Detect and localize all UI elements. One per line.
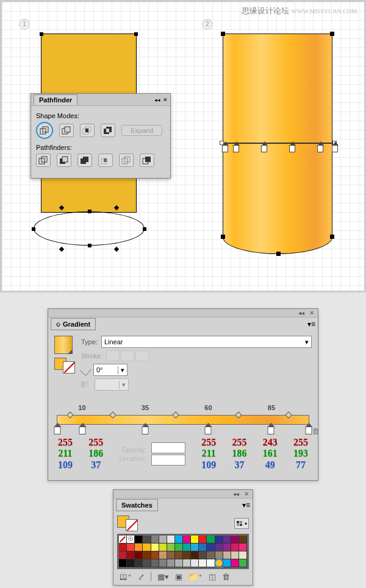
swatch-cell[interactable] — [159, 536, 167, 544]
swatch-cell[interactable] — [191, 536, 199, 544]
gradient-stop[interactable] — [54, 427, 61, 434]
exclude-button[interactable] — [101, 124, 115, 137]
close-icon[interactable]: ✕ — [244, 491, 249, 497]
swatch-cell[interactable] — [183, 559, 191, 567]
swatch-cell[interactable] — [175, 551, 183, 559]
swatch-cell[interactable] — [151, 536, 159, 544]
intersect-button[interactable] — [80, 124, 95, 137]
gradient-slider[interactable]: 10 35 60 85 🗑 — [57, 404, 309, 470]
swatch-cell[interactable] — [215, 559, 223, 567]
minus-back-button[interactable] — [140, 154, 154, 167]
gradient-stop[interactable] — [205, 427, 212, 434]
gradient-stop[interactable] — [142, 427, 149, 434]
unite-button[interactable] — [36, 122, 53, 139]
swatch-cell[interactable] — [175, 536, 183, 544]
gradient-annotator[interactable] — [222, 143, 334, 144]
swatch-grid[interactable] — [117, 534, 249, 569]
options-icon[interactable]: ▦▾ — [157, 572, 169, 581]
type-select[interactable]: Linear▾ — [101, 336, 312, 348]
swatch-cell[interactable] — [159, 544, 167, 551]
swatch-cell[interactable] — [207, 536, 215, 544]
swatches-panel[interactable]: ◂◂ ✕ Swatches ▾≡ ▾ 🕮⁺ — [113, 489, 253, 586]
swatch-cell[interactable] — [167, 559, 175, 567]
gradient-stop[interactable] — [79, 427, 86, 434]
swatch-cell[interactable] — [167, 544, 175, 551]
swatch-cell[interactable] — [207, 559, 215, 567]
divide-button[interactable] — [36, 154, 51, 167]
swatch-cell[interactable] — [223, 559, 231, 567]
swatch-cell[interactable] — [215, 551, 223, 559]
panel-header[interactable]: ◂◂ ✕ — [48, 309, 318, 317]
collapse-icon[interactable]: ◂◂ — [233, 491, 239, 497]
swatch-cell[interactable] — [231, 551, 239, 559]
new-swatch-icon[interactable]: ◫ — [209, 572, 216, 581]
collapse-icon[interactable]: ◂◂ — [154, 97, 160, 103]
swatch-cell[interactable] — [231, 544, 239, 551]
colorgroup-icon[interactable]: ▣ — [175, 572, 182, 581]
swatch-cell[interactable] — [223, 551, 231, 559]
swatch-cell[interactable] — [239, 536, 247, 544]
merge-button[interactable] — [77, 154, 92, 167]
swatch-filter-dropdown[interactable]: ▾ — [234, 518, 249, 529]
swatch-cell[interactable] — [167, 551, 175, 559]
trim-button[interactable] — [57, 154, 71, 167]
swatch-cell[interactable] — [159, 559, 167, 567]
swatch-cell[interactable] — [199, 544, 207, 551]
gradient-panel[interactable]: ◂◂ ✕ ◇Gradient ▾≡ Type: Linear▾ — [48, 308, 318, 481]
swatch-cell[interactable] — [183, 551, 191, 559]
pathfinder-tab[interactable]: Pathfinder — [34, 94, 77, 105]
cylinder-shape[interactable] — [223, 34, 332, 254]
swatch-cell[interactable] — [231, 559, 239, 567]
swatch-cell[interactable] — [143, 551, 151, 559]
gradient-preview-swatch[interactable] — [54, 336, 73, 354]
location-input[interactable] — [151, 455, 185, 466]
swatch-cell[interactable] — [207, 544, 215, 551]
swatch-cell[interactable] — [119, 536, 127, 544]
opacity-input[interactable] — [151, 442, 185, 453]
swatch-cell[interactable] — [151, 559, 159, 567]
swatch-cell[interactable] — [151, 551, 159, 559]
swatch-cell[interactable] — [215, 544, 223, 551]
trash-icon[interactable]: 🗑 — [222, 572, 230, 581]
swatch-cell[interactable] — [159, 551, 167, 559]
stroke-swatch[interactable] — [63, 361, 75, 374]
swatch-cell[interactable] — [143, 559, 151, 567]
swatch-cell[interactable] — [151, 544, 159, 551]
swatch-cell[interactable] — [119, 551, 127, 559]
trash-icon[interactable]: 🗑 — [312, 427, 320, 436]
swatch-cell[interactable] — [191, 559, 199, 567]
swatch-cell[interactable] — [223, 536, 231, 544]
new-group-icon[interactable]: 📁⁺ — [188, 572, 203, 581]
minus-front-button[interactable] — [59, 124, 74, 137]
swatch-cell[interactable] — [119, 559, 127, 567]
outline-button[interactable] — [119, 154, 134, 167]
swatch-cell[interactable] — [119, 544, 127, 551]
collapse-icon[interactable]: ◂◂ — [298, 310, 304, 316]
swatch-cell[interactable] — [199, 536, 207, 544]
swatch-cell[interactable] — [215, 536, 223, 544]
swatch-cell[interactable] — [175, 544, 183, 551]
swatch-cell[interactable] — [127, 536, 135, 544]
swatch-cell[interactable] — [175, 559, 183, 567]
panel-header[interactable]: ◂◂ ✕ — [113, 490, 253, 498]
swatch-cell[interactable] — [199, 551, 207, 559]
swatch-cell[interactable] — [135, 536, 143, 544]
library-icon[interactable]: 🕮⁺ — [120, 572, 132, 581]
swatch-cell[interactable] — [223, 544, 231, 551]
swatch-cell[interactable] — [183, 544, 191, 551]
swatch-cell[interactable] — [143, 536, 151, 544]
panel-menu-icon[interactable]: ▾≡ — [242, 501, 250, 509]
swatch-cell[interactable] — [207, 551, 215, 559]
swatch-cell[interactable] — [135, 559, 143, 567]
swatch-cell[interactable] — [127, 551, 135, 559]
swatch-cell[interactable] — [135, 544, 143, 551]
swatch-cell[interactable] — [199, 559, 207, 567]
gradient-tab[interactable]: ◇Gradient — [51, 318, 96, 330]
gradient-stop[interactable] — [306, 427, 312, 434]
swatch-cell[interactable] — [143, 544, 151, 551]
swatch-cell[interactable] — [191, 544, 199, 551]
swatch-cell[interactable] — [127, 559, 135, 567]
swatch-cell[interactable] — [191, 551, 199, 559]
gradient-stop[interactable] — [268, 427, 274, 434]
chevron-down-icon[interactable]: ▾ — [118, 366, 124, 374]
